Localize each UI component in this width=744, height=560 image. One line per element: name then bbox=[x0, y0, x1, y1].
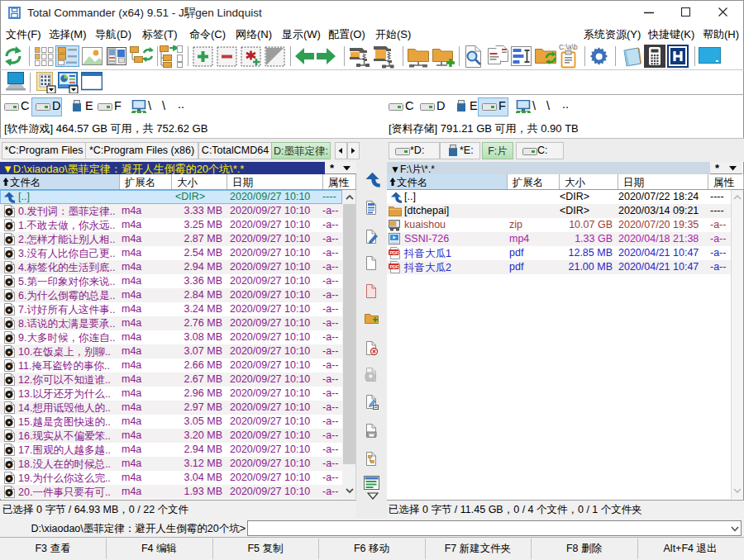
svg-text:PDF: PDF bbox=[389, 250, 399, 255]
svg-text:PDF: PDF bbox=[389, 264, 399, 269]
